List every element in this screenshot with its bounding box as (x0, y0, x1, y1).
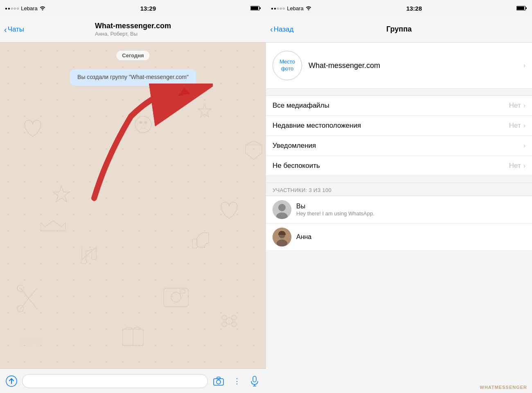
you-avatar (273, 200, 291, 219)
media-files-row[interactable]: Все медиафайлы Нет › (266, 96, 532, 116)
svg-rect-28 (217, 377, 220, 379)
watermark: WHATMESSENGER (480, 385, 527, 390)
right-carrier: Lebara (287, 5, 303, 11)
notifications-row[interactable]: Уведомления › (266, 136, 532, 156)
date-bubble: Сегодня (116, 51, 149, 60)
notifications-label: Уведомления (273, 142, 521, 150)
svg-rect-2 (251, 7, 258, 10)
left-nav-bar: ‹ Чаты What-messenger.com Анна, Роберт, … (0, 16, 266, 43)
chat-background: BFF Сегодня Вы создали группу "What-mess… (0, 43, 266, 368)
left-panel: ●●○○○ Lebara 13:29 ‹ Чаты What-messenger… (0, 0, 266, 393)
right-signal-dots: ●●○○○ (271, 6, 285, 11)
svg-rect-1 (259, 7, 261, 9)
group-name-chevron-icon: › (523, 62, 525, 69)
you-status: Hey there! I am using WhatsApp. (296, 210, 525, 217)
group-name: What-messenger.com (309, 61, 380, 70)
back-to-back-button[interactable]: ‹ Назад (270, 25, 293, 34)
svg-point-36 (278, 204, 286, 211)
notifications-chevron-icon: › (523, 142, 525, 149)
watermark-text: WHATMESSENGER (480, 385, 527, 390)
left-time: 13:29 (140, 5, 156, 12)
right-time: 13:28 (406, 5, 422, 12)
do-not-disturb-label: Не беспокоить (273, 162, 509, 170)
group-avatar[interactable]: Местофото (273, 51, 302, 80)
chat-title: What-messenger.com (95, 22, 171, 30)
right-status-bar: ●●○○○ Lebara 13:28 (266, 0, 532, 16)
anna-info: Анна (296, 233, 525, 241)
right-chevron-left-icon: ‹ (270, 25, 273, 34)
do-not-disturb-row[interactable]: Не беспокоить Нет › (266, 156, 532, 176)
system-message: Вы создали группу "What-messenger.com" (70, 69, 196, 86)
left-status-bar: ●●○○○ Lebara 13:29 (0, 0, 266, 16)
do-not-disturb-value: Нет (509, 162, 521, 170)
right-back-label: Назад (274, 25, 294, 34)
media-files-chevron-icon: › (523, 102, 525, 109)
upload-button[interactable] (4, 374, 19, 388)
participant-row-anna[interactable]: Анна (266, 224, 532, 251)
recent-locations-value: Нет (509, 122, 521, 130)
carrier-name: Lebara (21, 5, 37, 11)
chevron-left-icon: ‹ (4, 25, 7, 34)
message-input[interactable] (22, 374, 208, 388)
right-panel: ●●○○○ Lebara 13:28 ‹ Назад Группа Местоф… (266, 0, 532, 393)
left-battery (250, 5, 261, 11)
anna-avatar (273, 228, 291, 246)
participants-list: Вы Hey there! I am using WhatsApp. (266, 196, 532, 251)
you-info: Вы Hey there! I am using WhatsApp. (296, 203, 525, 217)
right-page-title: Группа (386, 25, 412, 34)
left-signal: ●●○○○ Lebara (5, 5, 46, 11)
back-to-chats-button[interactable]: ‹ Чаты (4, 25, 24, 34)
group-header-card[interactable]: Местофото What-messenger.com › (266, 43, 532, 89)
you-name: Вы (296, 203, 525, 210)
back-label: Чаты (8, 25, 24, 34)
participant-row-you[interactable]: Вы Hey there! I am using WhatsApp. (266, 196, 532, 224)
wifi-icon (39, 5, 46, 11)
dots-button[interactable]: ⋮ (229, 374, 244, 388)
signal-dots: ●●○○○ (5, 6, 19, 11)
microphone-button[interactable] (247, 374, 262, 388)
svg-rect-33 (525, 7, 527, 9)
media-files-label: Все медиафайлы (273, 102, 509, 110)
svg-rect-29 (253, 376, 256, 382)
svg-rect-34 (517, 7, 524, 10)
right-signal: ●●○○○ Lebara (271, 5, 312, 11)
group-avatar-label: Местофото (280, 59, 295, 72)
recent-locations-chevron-icon: › (523, 122, 525, 129)
svg-point-27 (216, 380, 221, 384)
chat-subtitle: Анна, Роберт, Вы (95, 31, 171, 37)
media-files-value: Нет (509, 102, 521, 110)
right-content: Местофото What-messenger.com › Все медиа… (266, 43, 532, 393)
right-wifi-icon (305, 5, 312, 11)
participants-header: УЧАСТНИКИ: 3 ИЗ 100 (266, 183, 532, 196)
right-nav-bar: ‹ Назад Группа (266, 16, 532, 43)
recent-locations-label: Недавние местоположения (273, 122, 509, 130)
do-not-disturb-chevron-icon: › (523, 162, 525, 169)
participants-count-label: УЧАСТНИКИ: 3 ИЗ 100 (273, 187, 331, 193)
chat-toolbar: ⋮ (0, 368, 266, 393)
recent-locations-row[interactable]: Недавние местоположения Нет › (266, 116, 532, 136)
anna-name: Анна (296, 233, 525, 241)
settings-section: Все медиафайлы Нет › Недавние местополож… (266, 95, 532, 176)
right-battery (516, 5, 527, 11)
camera-button[interactable] (211, 374, 226, 388)
chat-bg-pattern (0, 43, 266, 368)
